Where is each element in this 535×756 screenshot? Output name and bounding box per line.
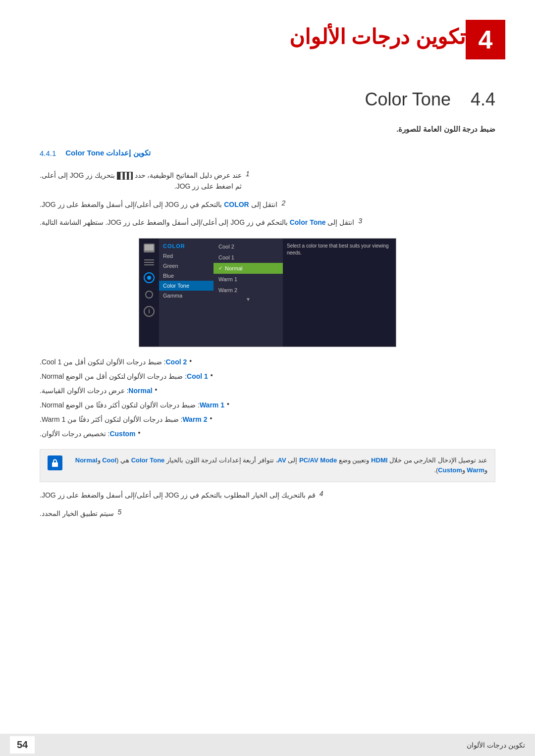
note-text: عند توصيل الإدخال الخارجي من خلال HDMI و… (67, 455, 487, 476)
tone-warm2: Warm 2 (214, 285, 283, 296)
step-3: 3 انتقل إلى Color Tone بالتحكم في زر JOG… (40, 217, 495, 228)
footer-title: تكوين درجات الألوان (467, 741, 525, 749)
ui-icons-bar: i (139, 239, 159, 347)
tone-warm1: Warm 1 (214, 274, 283, 285)
main-content: Color Tone 4.4 ضبط درجة اللون العامة للص… (0, 69, 535, 565)
monitor-icon (144, 244, 155, 252)
color-menu-header: COLOR (159, 241, 214, 251)
step-3-number: 3 (358, 217, 362, 225)
subsection-number: 4.4.1 (40, 149, 56, 157)
tone-cool2: Cool 2 (214, 241, 283, 252)
section-title-row: Color Tone 4.4 (40, 89, 495, 110)
step-4: 4 قم بالتحريك إلى الخيار المطلوب بالتحكم… (40, 490, 495, 501)
bullet-list: • Cool 2: ضبط درجات الألوان لتكون أقل من… (40, 357, 495, 439)
menu-item-blue: Blue (159, 271, 214, 281)
ui-tone-menu: Cool 2 Cool 1 Normal Warm 1 Warm 2 ▼ (214, 239, 283, 347)
step-2: 2 انتقل إلى COLOR بالتحكم في زر JOG إلى … (40, 199, 495, 210)
footer-page-number: 54 (10, 736, 35, 754)
header: تكوين درجات الألوان 4 (0, 0, 535, 69)
step-2-text: انتقل إلى COLOR بالتحكم في زر JOG إلى أع… (40, 199, 277, 210)
bullet-cool1: • Cool 1: ضبط درجات الألوان لتكون أقل من… (40, 371, 495, 382)
menu-item-color-tone: Color Tone (159, 281, 214, 291)
subtitle: ضبط درجة اللون العامة للصورة. (40, 125, 495, 134)
step-3-text: انتقل إلى Color Tone بالتحكم في زر JOG إ… (40, 217, 354, 228)
step-4-number: 4 (320, 490, 323, 498)
color-settings-icon (144, 272, 155, 283)
bullet-normal: • Normal: عرض درجات الألوان القياسية. (40, 386, 495, 396)
step-5-number: 5 (118, 508, 122, 516)
ui-screenshot: i COLOR Red Green Blue Color Tone Gamma … (139, 238, 396, 347)
note-icon (48, 455, 62, 470)
section-number: 4.4 (471, 89, 495, 109)
menu-item-green: Green (159, 261, 214, 271)
bullet-warm2: • Warm 2: ضبط درجات الألوان لتكون أكثر د… (40, 414, 495, 425)
lock-icon (50, 458, 60, 468)
step-4-text: قم بالتحريك إلى الخيار المطلوب بالتحكم ف… (40, 490, 316, 501)
subsection-header: تكوين إعدادات Color Tone 4.4.1 (40, 149, 495, 157)
steps-before-image: 1 عند عرض دليل المفاتيح الوظيفية، حدد ▐▐… (40, 170, 495, 228)
chapter-title: تكوين درجات الألوان (30, 20, 466, 49)
step-2-number: 2 (281, 199, 285, 207)
step-1: 1 عند عرض دليل المفاتيح الوظيفية، حدد ▐▐… (40, 170, 495, 192)
bullet-cool2: • Cool 2: ضبط درجات الألوان لتكون أقل من… (40, 357, 495, 367)
section-title-text: Color Tone (365, 89, 450, 109)
menu-item-gamma: Gamma (159, 291, 214, 301)
step-5-text: سيتم تطبيق الخيار المحدد. (40, 508, 114, 519)
tone-cool1: Cool 1 (214, 252, 283, 263)
section-title: Color Tone 4.4 (365, 89, 495, 110)
ui-info-panel: Select a color tone that best suits your… (283, 239, 396, 347)
step-1-number: 1 (246, 170, 250, 178)
tone-normal: Normal (214, 263, 283, 274)
svg-rect-0 (52, 462, 58, 467)
steps-after-image: 4 قم بالتحريك إلى الخيار المطلوب بالتحكم… (40, 490, 495, 519)
subsection-title: تكوين إعدادات Color Tone (65, 149, 150, 157)
lines-icon (143, 258, 155, 266)
info-icon: i (144, 306, 155, 317)
chapter-number: 4 (466, 20, 505, 59)
ui-color-menu: COLOR Red Green Blue Color Tone Gamma (159, 239, 214, 347)
gear-icon (144, 289, 155, 300)
note-box: عند توصيل الإدخال الخارجي من خلال HDMI و… (40, 449, 495, 483)
step-5: 5 سيتم تطبيق الخيار المحدد. (40, 508, 495, 519)
footer: 54 تكوين درجات الألوان (0, 734, 535, 756)
info-text: Select a color tone that best suits your… (287, 243, 392, 256)
bullet-warm1: • Warm 1: ضبط درجات الألوان لتكون أكثر د… (40, 400, 495, 410)
menu-item-red: Red (159, 251, 214, 261)
bullet-custom: • Custom: تخصيص درجات الألوان. (40, 429, 495, 439)
scroll-down-arrow: ▼ (214, 296, 283, 303)
step-1-text: عند عرض دليل المفاتيح الوظيفية، حدد ▐▐▐ … (40, 170, 242, 192)
